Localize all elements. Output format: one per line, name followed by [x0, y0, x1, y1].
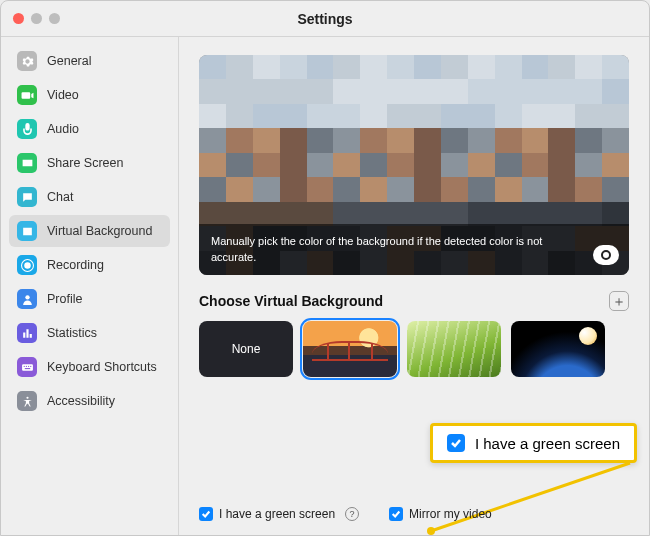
sidebar-item-label: Recording — [47, 258, 104, 272]
window-controls — [13, 13, 60, 24]
background-thumbnails: None — [199, 321, 629, 377]
sidebar-item-label: Chat — [47, 190, 73, 204]
svg-rect-6 — [28, 365, 29, 366]
svg-rect-3 — [22, 364, 33, 371]
background-thumb-earth[interactable] — [511, 321, 605, 377]
callout-checkbox — [447, 434, 465, 452]
sidebar-item-accessibility[interactable]: Accessibility — [9, 385, 170, 417]
color-picker-button[interactable] — [593, 245, 619, 265]
vb-icon — [17, 221, 37, 241]
options-row: I have a green screen ? Mirror my video — [199, 507, 629, 521]
eyedropper-icon — [601, 250, 611, 260]
add-background-button[interactable]: ＋ — [609, 291, 629, 311]
thumb-none-label: None — [232, 342, 261, 356]
svg-rect-4 — [23, 365, 24, 366]
video-preview: Manually pick the color of the backgroun… — [199, 55, 629, 275]
sidebar-item-label: Statistics — [47, 326, 97, 340]
green-screen-label: I have a green screen — [219, 507, 335, 521]
sidebar-item-video[interactable]: Video — [9, 79, 170, 111]
callout-label: I have a green screen — [475, 435, 620, 452]
main-panel: Manually pick the color of the backgroun… — [179, 37, 649, 535]
titlebar: Settings — [1, 1, 649, 37]
keyboard-icon — [17, 357, 37, 377]
sidebar-item-label: Share Screen — [47, 156, 123, 170]
record-icon — [17, 255, 37, 275]
access-icon — [17, 391, 37, 411]
sidebar-item-virtual-background[interactable]: Virtual Background — [9, 215, 170, 247]
chat-icon — [17, 187, 37, 207]
sidebar-item-statistics[interactable]: Statistics — [9, 317, 170, 349]
video-icon — [17, 85, 37, 105]
sidebar-item-label: Virtual Background — [47, 224, 152, 238]
choose-background-title: Choose Virtual Background — [199, 293, 383, 309]
svg-rect-7 — [30, 365, 31, 366]
sidebar-item-general[interactable]: General — [9, 45, 170, 77]
callout-pointer-line — [425, 459, 635, 535]
plus-icon: ＋ — [612, 294, 626, 308]
preview-hint: Manually pick the color of the backgroun… — [199, 224, 629, 275]
sidebar-item-label: Keyboard Shortcuts — [47, 360, 157, 374]
gear-icon — [17, 51, 37, 71]
svg-point-0 — [24, 262, 31, 269]
close-window-button[interactable] — [13, 13, 24, 24]
sidebar-item-label: Video — [47, 88, 79, 102]
green-screen-checkbox[interactable]: I have a green screen ? — [199, 507, 359, 521]
svg-rect-8 — [24, 368, 29, 369]
callout-green-screen: I have a green screen — [430, 423, 637, 463]
mirror-video-label: Mirror my video — [409, 507, 492, 521]
minimize-window-button[interactable] — [31, 13, 42, 24]
sidebar: GeneralVideoAudioShare ScreenChatVirtual… — [1, 37, 179, 535]
help-icon[interactable]: ? — [345, 507, 359, 521]
svg-point-2 — [25, 295, 29, 299]
sidebar-item-recording[interactable]: Recording — [9, 249, 170, 281]
background-thumb-bridge[interactable] — [303, 321, 397, 377]
checkbox-checked-icon — [389, 507, 403, 521]
share-icon — [17, 153, 37, 173]
settings-window: Settings GeneralVideoAudioShare ScreenCh… — [0, 0, 650, 536]
svg-rect-5 — [25, 365, 26, 366]
profile-icon — [17, 289, 37, 309]
sidebar-item-label: Accessibility — [47, 394, 115, 408]
window-title: Settings — [1, 11, 649, 27]
sidebar-item-audio[interactable]: Audio — [9, 113, 170, 145]
svg-point-9 — [26, 396, 28, 398]
sidebar-item-label: Audio — [47, 122, 79, 136]
background-thumb-none[interactable]: None — [199, 321, 293, 377]
mirror-video-checkbox[interactable]: Mirror my video — [389, 507, 492, 521]
checkbox-checked-icon — [199, 507, 213, 521]
sidebar-item-chat[interactable]: Chat — [9, 181, 170, 213]
zoom-window-button[interactable] — [49, 13, 60, 24]
stats-icon — [17, 323, 37, 343]
sidebar-item-keyboard-shortcuts[interactable]: Keyboard Shortcuts — [9, 351, 170, 383]
sidebar-item-label: General — [47, 54, 91, 68]
sidebar-item-share-screen[interactable]: Share Screen — [9, 147, 170, 179]
background-thumb-grass[interactable] — [407, 321, 501, 377]
audio-icon — [17, 119, 37, 139]
sidebar-item-label: Profile — [47, 292, 82, 306]
svg-point-11 — [427, 527, 435, 535]
sidebar-item-profile[interactable]: Profile — [9, 283, 170, 315]
